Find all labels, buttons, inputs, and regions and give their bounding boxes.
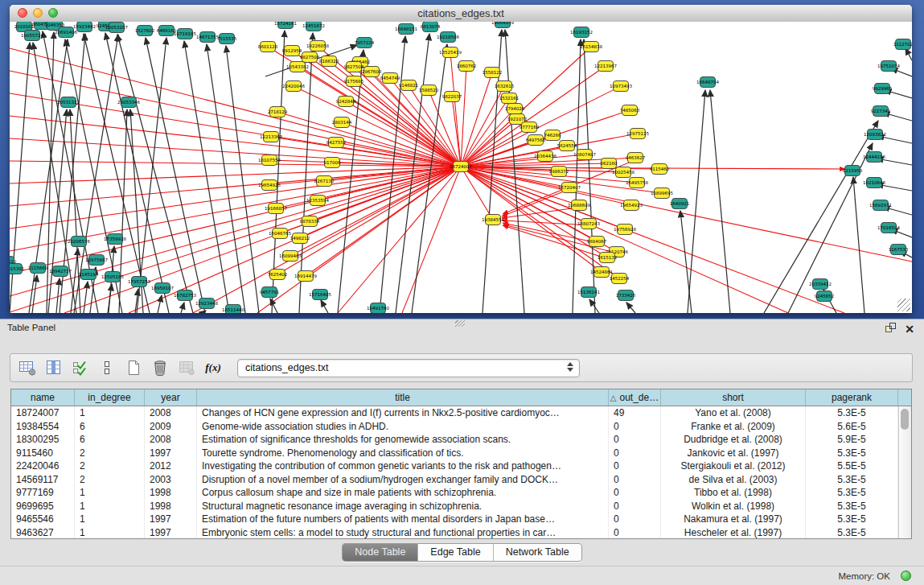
table-row[interactable]: 2242004622012Investigating the contribut… — [11, 459, 899, 473]
table-cell-name: 9463627 — [11, 526, 75, 540]
graph-node-label: 9175685 — [344, 79, 364, 84]
splitter-handle[interactable] — [455, 320, 465, 327]
graph-node-label: 10975887 — [85, 257, 108, 262]
column-visibility-icon[interactable] — [44, 358, 64, 377]
graph-node-label: 18107554 — [258, 158, 281, 163]
graph-node-label: 20691406 — [55, 30, 77, 35]
column-header-title[interactable]: title — [197, 389, 609, 406]
column-header-in_degree[interactable]: in_degree — [75, 389, 145, 406]
column-header-short[interactable]: short — [661, 389, 806, 406]
graph-node-label: 14524861 — [590, 270, 613, 274]
graph-node-label: 10719185 — [174, 31, 196, 36]
table-row[interactable]: 1830029562008Estimation of significance … — [11, 433, 899, 447]
close-button[interactable] — [18, 8, 27, 18]
black-edge — [321, 300, 328, 313]
graph-node-label: 9777169 — [519, 125, 540, 130]
column-header-year[interactable]: year — [145, 389, 197, 406]
table-row[interactable]: 1456911722003Disruption of a novel membe… — [11, 473, 899, 487]
graph-node-label: 16782753 — [174, 293, 196, 298]
status-bar: Memory: OK — [0, 566, 924, 585]
table-cell-out_degree: 49 — [609, 406, 661, 420]
table-cell-pagerank: 5.3E-5 — [806, 486, 898, 500]
table-cell-in_degree: 1 — [75, 513, 145, 526]
graph-node-label: 2803144 — [332, 120, 352, 125]
table-cell-year: 2012 — [145, 459, 197, 473]
black-edge — [688, 90, 705, 313]
graph-node-label: 16210643 — [863, 180, 885, 185]
table-row[interactable]: 946554611997Estimation of the future num… — [11, 513, 899, 526]
table-cell-in_degree: 2 — [75, 473, 145, 487]
table-body: 1872400712008Changes of HCN gene express… — [11, 406, 899, 538]
close-panel-icon[interactable]: ✕ — [905, 323, 914, 335]
scrollbar-thumb[interactable] — [901, 409, 909, 430]
graph-node-label: 10807487 — [573, 152, 596, 157]
graph-node-label: 19218586 — [437, 35, 459, 39]
column-header-out_degree[interactable]: △out_de… — [609, 389, 661, 406]
graph-node-label: 15720407 — [558, 185, 581, 190]
new-column-icon[interactable] — [124, 358, 143, 377]
graph-node-label: 1640921 — [670, 201, 690, 206]
table-cell-pagerank: 5.3E-5 — [806, 526, 898, 540]
table-cell-out_degree: 0 — [609, 500, 661, 513]
graph-node-label: 16648784 — [696, 80, 719, 84]
tab-network-table[interactable]: Network Table — [494, 544, 581, 561]
table-selector-dropdown[interactable]: citations_edges.txt — [237, 359, 580, 377]
zoom-button[interactable] — [48, 8, 58, 18]
table-cell-pagerank: 5.3E-5 — [806, 500, 898, 513]
minimize-button[interactable] — [33, 8, 43, 18]
function-builder-icon[interactable]: f(x) — [203, 358, 223, 377]
graph-node-label: 9146821 — [399, 83, 419, 88]
graph-node-label: 16046765 — [269, 231, 291, 236]
graph-node-label: 12451672 — [302, 23, 325, 28]
graph-node-label: 10491760 — [367, 306, 389, 311]
graph-node-label: 20206576 — [68, 239, 90, 244]
graph-node-label: 15724161 — [274, 22, 297, 26]
graph-node-label: 1588520 — [419, 88, 439, 93]
graph-node-label: 1532161 — [499, 96, 519, 101]
graph-node-label: 15692971 — [869, 203, 892, 208]
window-title: citations_edges.txt — [417, 7, 504, 19]
tab-edge-table[interactable]: Edge Table — [418, 544, 493, 561]
table-cell-in_degree: 6 — [75, 433, 145, 447]
table-cell-short: Jankovic et al. (1997) — [661, 447, 806, 460]
table-row[interactable]: 911546021997Tourette syndrome. Phenomeno… — [11, 447, 899, 460]
float-panel-icon[interactable] — [885, 322, 897, 336]
graph-node-label: 8601128 — [258, 44, 278, 49]
graph-node-label: 17957253 — [128, 279, 150, 284]
graph-node-label: 20364436 — [534, 154, 556, 159]
table-cell-name: 9115460 — [11, 447, 75, 460]
graph-node-label: 20053346 — [117, 100, 140, 105]
select-columns-icon[interactable] — [71, 358, 90, 377]
vertical-scrollbar[interactable] — [898, 406, 911, 538]
graph-node-label: 1115668 — [28, 266, 48, 270]
graph-node-label: 12444196 — [863, 154, 885, 159]
black-edge — [84, 282, 88, 313]
table-row[interactable]: 1938455462009Genome-wide association stu… — [11, 420, 899, 434]
network-canvas[interactable]: 2018161860477410463531905572420691406159… — [10, 22, 912, 313]
table-cell-out_degree: 0 — [609, 473, 661, 487]
window-resize-grip[interactable] — [897, 299, 910, 311]
graph-node-label: 12505185 — [101, 274, 124, 279]
traffic-lights — [18, 8, 58, 18]
table-row[interactable]: 977716911998Corpus callosum shape and si… — [11, 486, 899, 500]
column-header-name[interactable]: name — [11, 389, 75, 406]
graph-node-label: 1921072 — [507, 117, 528, 122]
graph-node-label: 1527602 — [135, 28, 155, 33]
tab-node-table[interactable]: Node Table — [343, 544, 418, 561]
table-row[interactable]: 1872400712008Changes of HCN gene express… — [11, 406, 899, 420]
graph-node-label: 10973493 — [610, 84, 632, 89]
table-cell-short: Tibbo et al. (1998) — [661, 486, 806, 500]
table-cell-short: Wolkin et al. (1998) — [661, 500, 806, 513]
graph-node-label: 1046353 — [45, 23, 65, 27]
delete-column-icon[interactable] — [150, 358, 170, 377]
table-mode-icon[interactable] — [18, 358, 37, 377]
window-titlebar[interactable]: citations_edges.txt — [10, 5, 912, 23]
red-edge — [346, 101, 461, 167]
row-height-icon[interactable] — [97, 358, 117, 377]
column-header-pagerank[interactable]: pagerank — [806, 389, 898, 406]
table-row[interactable]: 946362711997Embryonic stem cells: a mode… — [11, 526, 899, 540]
table-cell-name: 18724007 — [11, 406, 75, 420]
graph-node-label: 16193152 — [570, 30, 593, 35]
table-cell-pagerank: 5.9E-5 — [806, 433, 898, 447]
table-row[interactable]: 969969511998Structural magnetic resonanc… — [11, 500, 899, 513]
